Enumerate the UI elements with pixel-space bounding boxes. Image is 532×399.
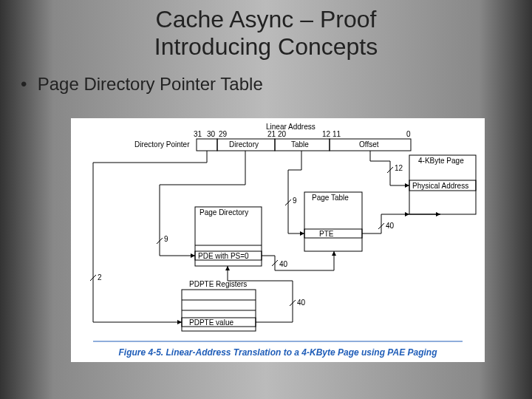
bit-11: 11: [332, 130, 341, 138]
slide-title: Cache Async – Proof Introducing Concepts: [0, 0, 532, 61]
field-dir-pointer: Directory Pointer: [134, 140, 189, 149]
field-table: Table: [291, 140, 309, 149]
field-directory: Directory: [229, 140, 259, 149]
bullet-dot-icon: •: [21, 74, 33, 95]
bit-29: 29: [219, 130, 227, 138]
bullet-text: Page Directory Pointer Table: [38, 74, 263, 94]
slash-40b: 40: [386, 222, 394, 230]
diagram-container: Linear Address 31 30 29 21 20 12 11 0 Di…: [71, 118, 485, 362]
bit-0: 0: [406, 130, 411, 138]
bit-31: 31: [194, 130, 202, 138]
block-pde: PDE with PS=0: [198, 252, 249, 260]
diagram-lines: [71, 118, 485, 362]
bullet-row: • Page Directory Pointer Table: [0, 61, 532, 95]
bit-20: 20: [278, 130, 286, 138]
slash-40a: 40: [279, 260, 287, 268]
title-line-2: Introducing Concepts: [154, 33, 378, 60]
field-offset: Offset: [359, 140, 379, 149]
block-page-table: Page Table: [312, 194, 349, 202]
svg-rect-0: [197, 139, 217, 151]
block-pdpte-val: PDPTE value: [189, 318, 233, 327]
block-pdpte-regs: PDPTE Registers: [189, 280, 247, 288]
block-4k-page: 4-KByte Page: [418, 157, 464, 165]
slash-2: 2: [98, 273, 102, 282]
block-phys-addr: Physical Address: [412, 182, 468, 190]
slash-40c: 40: [297, 299, 305, 307]
figure-caption: Figure 4-5. Linear-Address Translation t…: [71, 347, 485, 358]
slash-9a: 9: [164, 235, 168, 243]
slash-9b: 9: [293, 197, 297, 205]
bit-12: 12: [322, 130, 330, 138]
slash-12: 12: [395, 164, 403, 172]
bit-30: 30: [207, 130, 215, 138]
bit-21: 21: [267, 130, 276, 138]
title-line-1: Cache Async – Proof: [156, 6, 377, 33]
block-pte: PTE: [319, 230, 333, 238]
block-page-dir: Page Directory: [200, 208, 248, 216]
